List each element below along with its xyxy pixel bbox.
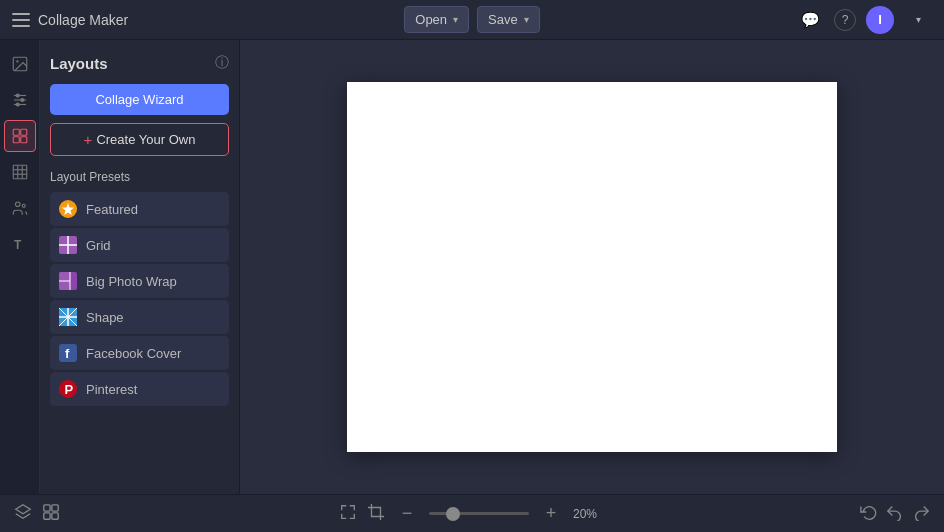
svg-rect-42 [52, 512, 58, 518]
bottombar: − + 20% [0, 494, 944, 532]
sidebar-icon-layouts[interactable] [4, 120, 36, 152]
zoom-slider[interactable] [429, 512, 529, 515]
plus-icon: + [84, 131, 93, 148]
svg-rect-11 [20, 137, 26, 143]
svg-point-7 [16, 103, 19, 106]
panel-header: Layouts ⓘ [50, 54, 229, 72]
big-photo-wrap-icon [58, 271, 78, 291]
svg-point-18 [22, 204, 25, 207]
featured-icon [58, 199, 78, 219]
svg-rect-40 [52, 504, 58, 510]
facebook-cover-label: Facebook Cover [86, 346, 181, 361]
crop-icon[interactable] [367, 503, 385, 525]
redo-icon[interactable] [912, 503, 930, 525]
presets-title: Layout Presets [50, 170, 229, 184]
panel-title: Layouts [50, 55, 108, 72]
svg-rect-41 [44, 512, 50, 518]
featured-label: Featured [86, 202, 138, 217]
grid-bottom-icon[interactable] [42, 503, 60, 525]
topbar: Collage Maker Open ▾ Save ▾ 💬 ? I ▾ [0, 0, 944, 40]
preset-item-pinterest[interactable]: P Pinterest [50, 372, 229, 406]
facebook-cover-icon: f [58, 343, 78, 363]
preset-item-featured[interactable]: Featured [50, 192, 229, 226]
big-photo-wrap-label: Big Photo Wrap [86, 274, 177, 289]
shape-icon [58, 307, 78, 327]
svg-text:f: f [65, 346, 70, 361]
layouts-panel: Layouts ⓘ Collage Wizard + Create Your O… [40, 40, 240, 494]
icon-sidebar: T [0, 40, 40, 494]
avatar[interactable]: I [866, 6, 894, 34]
sidebar-icon-adjust[interactable] [4, 84, 36, 116]
expand-icon[interactable] [339, 503, 357, 525]
account-chevron-icon[interactable]: ▾ [904, 6, 932, 34]
bottom-right [860, 503, 930, 525]
preset-item-facebook-cover[interactable]: f Facebook Cover [50, 336, 229, 370]
topbar-left: Collage Maker [12, 12, 404, 28]
grid-label: Grid [86, 238, 111, 253]
zoom-out-button[interactable]: − [395, 502, 419, 526]
pinterest-icon: P [58, 379, 78, 399]
shape-label: Shape [86, 310, 124, 325]
topbar-center: Open ▾ Save ▾ [404, 6, 539, 33]
layers-icon[interactable] [14, 503, 32, 525]
save-button[interactable]: Save ▾ [477, 6, 540, 33]
sidebar-icon-images[interactable] [4, 48, 36, 80]
open-button[interactable]: Open ▾ [404, 6, 469, 33]
bottom-left [14, 503, 60, 525]
canvas-area [240, 40, 944, 494]
undo-icon[interactable] [886, 503, 904, 525]
app-title: Collage Maker [38, 12, 128, 28]
preset-item-big-photo-wrap[interactable]: Big Photo Wrap [50, 264, 229, 298]
sidebar-icon-text[interactable]: T [4, 228, 36, 260]
svg-point-17 [15, 202, 20, 207]
canvas-frame [347, 82, 837, 452]
svg-text:T: T [14, 238, 22, 252]
hamburger-icon[interactable] [12, 13, 30, 27]
info-icon[interactable]: ⓘ [215, 54, 229, 72]
topbar-right: 💬 ? I ▾ [540, 6, 932, 34]
svg-rect-12 [13, 165, 27, 179]
zoom-label: 20% [573, 507, 605, 521]
preset-list: Featured Grid [50, 192, 229, 406]
refresh-icon[interactable] [860, 503, 878, 525]
svg-rect-39 [44, 504, 50, 510]
collage-wizard-button[interactable]: Collage Wizard [50, 84, 229, 115]
zoom-in-button[interactable]: + [539, 502, 563, 526]
save-chevron-icon: ▾ [524, 14, 529, 25]
svg-point-1 [16, 60, 18, 62]
preset-item-grid[interactable]: Grid [50, 228, 229, 262]
svg-rect-9 [20, 129, 26, 135]
create-your-own-button[interactable]: + Create Your Own [50, 123, 229, 156]
grid-icon [58, 235, 78, 255]
sidebar-icon-table[interactable] [4, 156, 36, 188]
sidebar-icon-people[interactable] [4, 192, 36, 224]
open-chevron-icon: ▾ [453, 14, 458, 25]
svg-rect-10 [13, 137, 19, 143]
svg-marker-38 [16, 504, 30, 513]
help-icon[interactable]: ? [834, 9, 856, 31]
svg-point-6 [20, 99, 23, 102]
svg-text:P: P [65, 382, 74, 397]
main: T Layouts ⓘ Collage Wizard + Create Your… [0, 40, 944, 494]
preset-item-shape[interactable]: Shape [50, 300, 229, 334]
bottom-center: − + 20% [339, 502, 605, 526]
chat-icon[interactable]: 💬 [796, 6, 824, 34]
pinterest-label: Pinterest [86, 382, 137, 397]
svg-rect-8 [13, 129, 19, 135]
svg-point-5 [16, 94, 19, 97]
